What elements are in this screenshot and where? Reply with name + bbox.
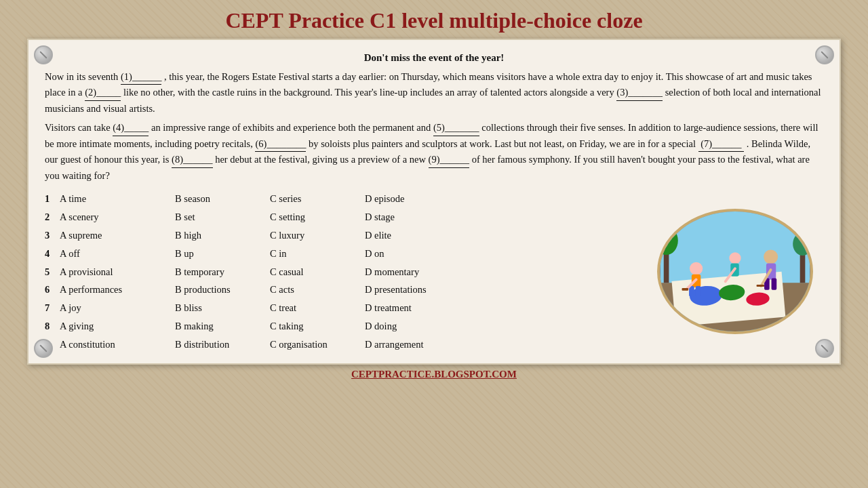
answer-5-c: C casual [270,263,365,281]
answer-4-b: B up [175,245,270,263]
svg-point-6 [690,262,703,275]
screw-tr [815,45,834,64]
answer-num-7: 7 [45,299,60,317]
answer-6-b: B productions [175,281,270,299]
answer-9-d: D arrangement [365,336,473,354]
answer-8-d: D doing [365,317,473,336]
answer-num-4: 4 [45,245,60,263]
answer-9-a: A constitution [60,336,175,354]
answer-3-b: B high [175,226,270,245]
svg-rect-9 [696,286,701,296]
svg-rect-11 [682,288,689,291]
answer-3-d: D elite [365,226,473,245]
answer-9-b: B distribution [175,336,270,354]
passage-p1: Now in its seventh (1)______ , this year… [45,69,823,116]
passage: Now in its seventh (1)______ , this year… [45,69,823,183]
answer-row-4: 4A offB upC inD on [45,245,647,263]
answer-row-1: 1A timeB seasonC seriesD episode [45,190,647,208]
answer-6-d: D presentations [365,281,473,299]
answer-row-6: 6A performancesB productionsC actsD pres… [45,281,647,299]
svg-rect-15 [772,279,777,290]
footer-link: CEPTPRACTICE.BLOGSPOT.COM [351,365,517,382]
answers-left: 1A timeB seasonC seriesD episode2A scene… [45,190,647,353]
answer-7-b: B bliss [175,299,270,317]
answer-5-a: A provisional [60,263,175,281]
answer-row-9: 9A constitutionB distributionC organisat… [45,336,647,354]
answer-2-c: C setting [270,208,365,226]
svg-point-18 [729,253,741,264]
answer-1-d: D episode [365,190,473,208]
answer-7-d: D treatment [365,299,473,317]
screw-bl [34,339,53,358]
screw-tl [34,45,53,64]
answer-num-8: 8 [45,317,60,336]
answer-8-a: A giving [60,317,175,336]
svg-point-12 [764,250,778,264]
answer-5-b: B temporary [175,263,270,281]
answer-1-b: B season [175,190,270,208]
answer-9-c: C organisation [270,336,365,354]
answer-num-2: 2 [45,208,60,226]
answer-1-c: C series [270,190,365,208]
answer-row-5: 5A provisionalB temporaryC casualD momen… [45,263,647,281]
answer-3-c: C luxury [270,226,365,245]
svg-rect-17 [757,285,764,287]
answer-num-6: 6 [45,281,60,299]
answer-row-2: 2A sceneryB setC settingD stage [45,208,647,226]
answer-8-b: B making [175,317,270,336]
main-card: Don't miss the event of the year! Now in… [27,39,841,365]
card-subtitle: Don't miss the event of the year! [45,52,823,64]
answer-1-a: A time [60,190,175,208]
answers-section: 1A timeB seasonC seriesD episode2A scene… [45,190,823,353]
answers-right [647,190,823,353]
answer-2-d: D stage [365,208,473,226]
answer-7-c: C treat [270,299,365,317]
photo-oval [657,209,813,334]
screw-br [815,339,834,358]
answer-2-b: B set [175,208,270,226]
answer-8-c: C taking [270,317,365,336]
answer-4-d: D on [365,245,473,263]
answer-6-a: A performances [60,281,175,299]
answer-row-7: 7A joyB blissC treatD treatment [45,299,647,317]
answer-num-3: 3 [45,226,60,245]
answer-6-c: C acts [270,281,365,299]
answer-row-8: 8A givingB makingC takingD doing [45,317,647,336]
passage-p2: Visitors can take (4)_____ an impressive… [45,120,823,183]
answer-5-d: D momentary [365,263,473,281]
answer-4-a: A off [60,245,175,263]
page-title: CEPT Practice C1 level multiple-choice c… [0,0,868,39]
answer-7-a: A joy [60,299,175,317]
answer-3-a: A supreme [60,226,175,245]
answer-row-3: 3A supremeB highC luxuryD elite [45,226,647,245]
answer-4-c: C in [270,245,365,263]
answer-num-5: 5 [45,263,60,281]
answer-num-1: 1 [45,190,60,208]
answer-2-a: A scenery [60,208,175,226]
